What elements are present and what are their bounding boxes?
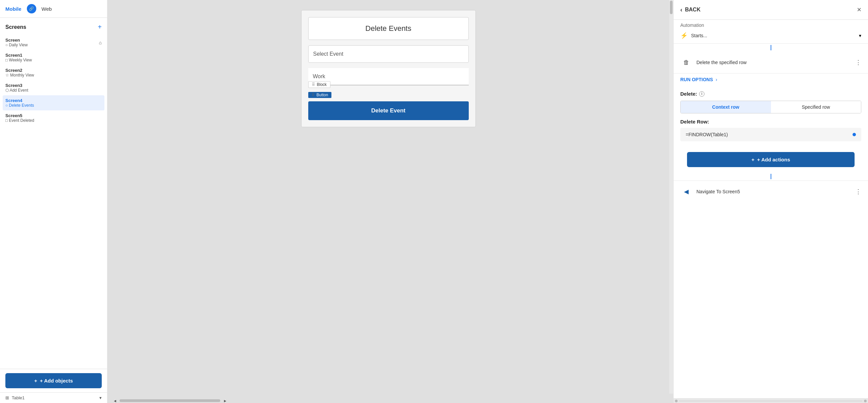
block-container: ⠿ Block ⠿ Button Delete Event [308,91,469,120]
phone-frame: Delete Events Select Event Work ⠿ Block [301,10,476,127]
context-row-button[interactable]: Context row [681,101,771,113]
formula-value: =FINDROW(Table1) [686,132,728,137]
screen-list: Screen ○ Daily View ⌂ Screen1 □ Weekly V… [0,34,107,369]
row-toggle: Context row Specified row [680,101,861,113]
add-objects-button[interactable]: + + Add objects [5,373,102,388]
automation-section: Automation [674,20,868,31]
back-label: BACK [685,7,701,13]
run-options-row[interactable]: RUN OPTIONS › [674,73,868,86]
specified-row-button[interactable]: Specified row [771,101,861,113]
link-icon: 🔗 [27,4,36,13]
lightning-icon: ⚡ [680,32,688,39]
button-container: ⠿ Button Delete Event [308,101,469,120]
screen-sub: ⬡ Add Event [5,88,28,93]
add-actions-button[interactable]: + + Add actions [687,152,855,167]
work-input[interactable]: Work [308,68,469,85]
navigate-action-row: ◀ Navigate To Screen5 ⋮ [674,180,868,202]
screens-header: Screens + [0,18,107,34]
screen-item[interactable]: Screen ○ Daily View ⌂ [0,35,107,50]
screen-label: Screen4 [5,98,34,103]
close-button[interactable]: × [857,5,861,14]
top-tabs: Mobile 🔗 Web [0,0,107,18]
screen-sub: ○ Daily View [5,43,28,47]
navigate-icon: ◀ [680,186,692,198]
automation-label: Automation [680,23,704,28]
action1-text: Delete the specified row [696,60,851,65]
rp-scrollbar-bottom[interactable] [674,398,868,403]
button-label-tag: ⠿ Button [308,92,332,98]
delete-action-row: 🗑 Delete the specified row ⋮ [674,52,868,73]
back-button[interactable]: ‹ BACK [680,6,701,13]
screen-item[interactable]: Screen5 □ Event Deleted [0,110,107,126]
screen-title: Delete Events [365,24,411,33]
work-value: Work [313,73,326,79]
delete-field-label: Delete: i [680,91,861,97]
tab-web[interactable]: Web [42,6,52,12]
navigate-text: Navigate To Screen5 [696,189,851,194]
delete-event-button[interactable]: Delete Event [308,101,469,120]
add-screen-button[interactable]: + [98,23,102,31]
scrollbar-thumb[interactable] [120,399,220,402]
connector-line-2 [674,172,868,180]
trash-icon: 🗑 [680,56,692,68]
specified-row-label: Specified row [802,104,830,110]
screen-sub: ○ Delete Events [5,103,34,108]
scroll-right-arrow[interactable]: ▸ [220,398,230,403]
screen-label: Screen1 [5,53,32,58]
chevron-down-icon: ▾ [859,33,861,38]
context-row-label: Context row [712,104,739,110]
plus-icon: + [751,157,754,162]
scroll-left-arrow[interactable]: ◂ [110,398,120,403]
plus-icon: + [34,378,37,383]
screen-name-group: Screen3 ⬡ Add Event [5,83,28,93]
connector-line [674,44,868,52]
drag-handle-icon: ⠿ [312,82,315,87]
formula-box[interactable]: =FINDROW(Table1) [680,128,861,141]
screen-item[interactable]: Screen2 ☆ Monthly View [0,65,107,80]
run-options-label: RUN OPTIONS [680,77,713,82]
delete-options-section: Delete: i Context row Specified row Dele… [674,86,868,147]
add-actions-container: + + Add actions [674,147,868,172]
tab-mobile[interactable]: Mobile [5,6,22,12]
scrollbar-thumb [670,1,673,14]
button-text: Button [317,93,329,97]
screen-name-group: Screen4 ○ Delete Events [5,98,34,108]
right-panel: ‹ BACK × Automation ⚡ Starts... ▾ 🗑 Dele… [673,0,868,403]
table-name: Table1 [12,395,25,400]
screen-item[interactable]: Screen1 □ Weekly View [0,50,107,65]
home-icon: ⌂ [99,40,102,45]
screen-label: Screen2 [5,68,34,73]
chevron-down-icon[interactable]: ▾ [99,395,102,400]
rp-header: ‹ BACK × [674,0,868,20]
screen-item-active[interactable]: Screen4 ○ Delete Events [3,95,104,110]
screen-name-group: Screen2 ☆ Monthly View [5,68,34,77]
sidebar-footer: ⊞ Table1 ▾ [0,392,107,403]
canvas-content: Delete Events Select Event Work ⠿ Block [107,0,673,398]
screen-sub: □ Weekly View [5,58,32,62]
left-sidebar: Mobile 🔗 Web Screens + Screen ○ Daily Vi… [0,0,107,403]
delete-row-label: Delete Row: [680,119,861,125]
sidebar-bottom: + + Add objects [0,369,107,392]
connector-bar [771,45,771,51]
screen-name-group: Screen5 □ Event Deleted [5,113,34,123]
formula-dot-indicator [852,133,856,136]
screens-title: Screens [5,24,26,30]
action-more-icon[interactable]: ⋮ [855,59,861,66]
navigate-more-icon[interactable]: ⋮ [855,188,861,195]
canvas-scrollbar-bottom: ◂ ▸ [107,398,673,403]
scrollbar-left-arrow [675,400,678,402]
run-options-chevron-icon: › [716,77,717,82]
add-objects-label: + Add objects [40,378,73,383]
close-icon: × [857,5,861,14]
scrollbar-track [679,400,863,402]
screen-item[interactable]: Screen3 ⬡ Add Event [0,80,107,95]
screen-name-group: Screen1 □ Weekly View [5,53,32,62]
select-event-input[interactable]: Select Event [308,45,469,63]
delete-text: Delete: [680,91,697,97]
vertical-scrollbar[interactable] [669,0,673,394]
block-label-tag: ⠿ Block [308,81,331,88]
info-icon[interactable]: i [699,91,705,97]
screen-label: Screen3 [5,83,28,88]
rp-body: Automation ⚡ Starts... ▾ 🗑 Delete the sp… [674,20,868,398]
screen-label: Screen5 [5,113,34,118]
